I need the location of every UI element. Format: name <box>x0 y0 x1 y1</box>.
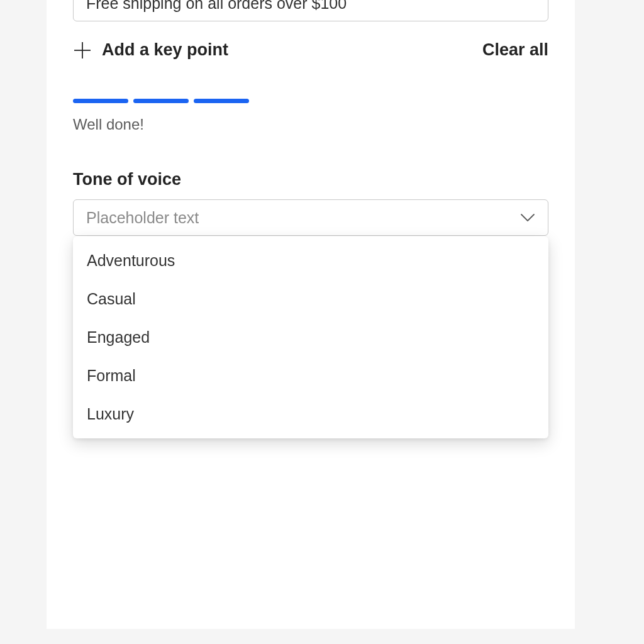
key-point-input[interactable]: Free shipping on all orders over $100 <box>73 0 548 21</box>
key-point-value: Free shipping on all orders over $100 <box>86 0 347 13</box>
clear-all-label: Clear all <box>482 40 548 59</box>
progress-bar-3 <box>194 99 249 103</box>
progress-indicator <box>73 99 548 103</box>
tone-dropdown-field[interactable]: Placeholder text <box>73 199 548 236</box>
add-key-point-button[interactable]: Add a key point <box>73 40 228 60</box>
tone-dropdown-list: Adventurous Casual Engaged Formal Luxury <box>73 236 548 438</box>
progress-message: Well done! <box>73 116 548 133</box>
content-card: Free shipping on all orders over $100 Ad… <box>47 0 575 629</box>
tone-option-casual[interactable]: Casual <box>73 280 548 318</box>
tone-of-voice-label: Tone of voice <box>73 170 548 189</box>
tone-option-adventurous[interactable]: Adventurous <box>73 242 548 280</box>
add-key-point-label: Add a key point <box>102 40 228 60</box>
tone-option-engaged[interactable]: Engaged <box>73 318 548 357</box>
progress-bar-2 <box>133 99 189 103</box>
chevron-down-icon <box>520 213 535 222</box>
tone-dropdown-wrapper: Placeholder text Adventurous Casual Enga… <box>73 199 548 236</box>
progress-bar-1 <box>73 99 128 103</box>
actions-row: Add a key point Clear all <box>73 40 548 60</box>
tone-dropdown-placeholder: Placeholder text <box>86 209 199 227</box>
tone-option-formal[interactable]: Formal <box>73 357 548 395</box>
clear-all-button[interactable]: Clear all <box>482 40 548 60</box>
plus-icon <box>73 41 92 60</box>
tone-option-luxury[interactable]: Luxury <box>73 395 548 433</box>
